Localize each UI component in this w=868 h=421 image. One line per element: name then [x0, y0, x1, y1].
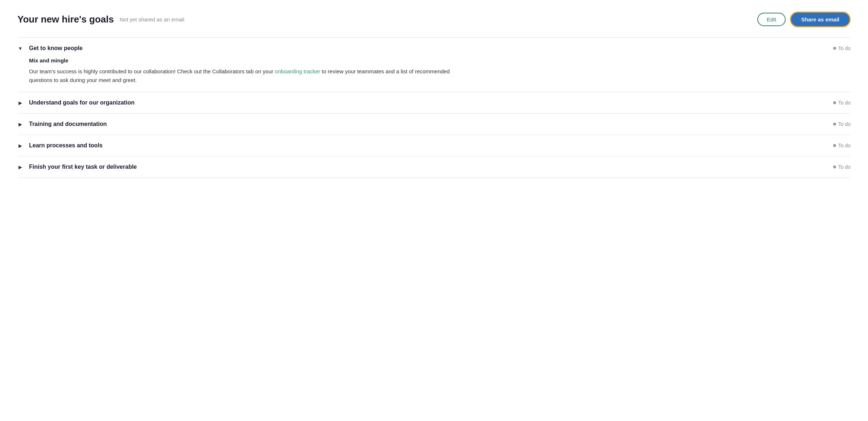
- goal-section-learn-processes: ▶ Learn processes and tools To do: [17, 135, 851, 156]
- goal-title-get-to-know-people: Get to know people: [29, 45, 83, 52]
- header-actions: Edit Share as email: [757, 12, 851, 27]
- goal-content-get-to-know-people: Mix and mingle Our team's success is hig…: [17, 52, 851, 85]
- page-header: Your new hire's goals Not yet shared as …: [17, 12, 851, 27]
- goal-title-learn-processes: Learn processes and tools: [29, 142, 103, 149]
- chevron-right-icon-4[interactable]: ▶: [17, 164, 23, 170]
- header-left: Your new hire's goals Not yet shared as …: [17, 14, 184, 25]
- goal-header-left-4: ▶ Learn processes and tools: [17, 142, 103, 149]
- status-dot-icon-3: [833, 123, 836, 126]
- goals-list: ▼ Get to know people To do Mix and mingl…: [17, 37, 851, 178]
- goal-status-understand-goals: To do: [833, 100, 851, 106]
- goal-header-training-documentation: ▶ Training and documentation To do: [17, 121, 851, 127]
- goal-header-left-2: ▶ Understand goals for our organization: [17, 99, 135, 106]
- goal-header-left: ▼ Get to know people: [17, 45, 83, 52]
- status-dot-icon-2: [833, 101, 836, 104]
- goal-status-get-to-know-people: To do: [833, 45, 851, 51]
- goal-header-learn-processes: ▶ Learn processes and tools To do: [17, 142, 851, 149]
- goal-header-get-to-know-people: ▼ Get to know people To do: [17, 45, 851, 52]
- goal-title-training-documentation: Training and documentation: [29, 121, 107, 127]
- goal-section-get-to-know-people: ▼ Get to know people To do Mix and mingl…: [17, 37, 851, 92]
- goal-header-left-5: ▶ Finish your first key task or delivera…: [17, 164, 137, 170]
- status-dot-icon-4: [833, 144, 836, 147]
- status-dot-icon: [833, 47, 836, 50]
- page-title: Your new hire's goals: [17, 14, 114, 25]
- share-status-label: Not yet shared as an email: [120, 16, 184, 23]
- goal-title-understand-goals: Understand goals for our organization: [29, 99, 135, 106]
- goal-status-label-3: To do: [838, 121, 851, 127]
- goal-title-finish-task: Finish your first key task or deliverabl…: [29, 164, 137, 170]
- chevron-right-icon-2[interactable]: ▶: [17, 122, 23, 127]
- goal-status-learn-processes: To do: [833, 143, 851, 148]
- goal-status-training-documentation: To do: [833, 121, 851, 127]
- chevron-right-icon[interactable]: ▶: [17, 100, 23, 106]
- edit-button[interactable]: Edit: [757, 13, 786, 26]
- sub-goal-title-mix-and-mingle: Mix and mingle: [29, 57, 851, 64]
- chevron-down-icon[interactable]: ▼: [17, 46, 23, 51]
- goal-header-finish-task: ▶ Finish your first key task or delivera…: [17, 164, 851, 170]
- status-dot-icon-5: [833, 165, 836, 168]
- goal-status-label-2: To do: [838, 100, 851, 106]
- goal-status-label-4: To do: [838, 143, 851, 148]
- sub-goal-description-mix-and-mingle: Our team's success is highly contributed…: [29, 67, 464, 85]
- goal-header-understand-goals: ▶ Understand goals for our organization …: [17, 99, 851, 106]
- chevron-right-icon-3[interactable]: ▶: [17, 143, 23, 148]
- goal-status-label-5: To do: [838, 164, 851, 170]
- goal-section-finish-task: ▶ Finish your first key task or delivera…: [17, 156, 851, 178]
- goal-section-training-documentation: ▶ Training and documentation To do: [17, 113, 851, 135]
- goal-section-understand-goals: ▶ Understand goals for our organization …: [17, 92, 851, 113]
- goal-status-label: To do: [838, 45, 851, 51]
- share-email-button[interactable]: Share as email: [790, 12, 851, 27]
- goal-header-left-3: ▶ Training and documentation: [17, 121, 107, 127]
- onboarding-tracker-link[interactable]: onboarding tracker: [275, 68, 320, 74]
- description-text-part1: Our team's success is highly contributed…: [29, 68, 275, 74]
- goal-status-finish-task: To do: [833, 164, 851, 170]
